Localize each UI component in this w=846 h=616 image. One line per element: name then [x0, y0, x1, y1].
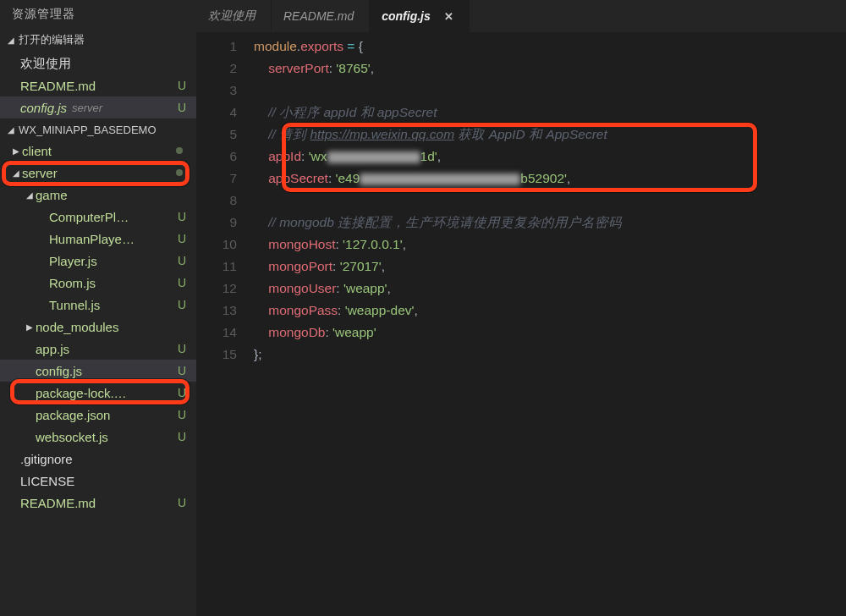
- tab-config[interactable]: config.js ✕: [370, 0, 470, 32]
- git-status: U: [178, 232, 186, 245]
- file-label: ComputerPl…: [49, 210, 129, 224]
- code-line: appId: 'wx1d',: [254, 146, 846, 168]
- file-label: package.json: [36, 408, 110, 422]
- open-editor-welcome[interactable]: 欢迎使用: [0, 52, 196, 74]
- git-status: U: [178, 298, 186, 311]
- line-number: 6: [196, 146, 237, 168]
- sidebar-title: 资源管理器: [0, 0, 196, 29]
- file-label: README.md: [20, 496, 96, 510]
- git-status: U: [178, 210, 186, 223]
- folder-node-modules[interactable]: ▶ node_modules: [0, 316, 196, 338]
- file-tunnel[interactable]: Tunnel.js U: [0, 294, 196, 316]
- folder-label: server: [22, 166, 58, 180]
- chevron-right-icon: ▶: [10, 146, 22, 156]
- file-package-lock[interactable]: package-lock.… U: [0, 382, 196, 404]
- git-status: U: [178, 496, 186, 509]
- line-number: 2: [196, 58, 237, 80]
- open-editors-label: 打开的编辑器: [19, 32, 85, 47]
- file-license[interactable]: LICENSE: [0, 470, 196, 492]
- code-line: // mongodb 连接配置，生产环境请使用更复杂的用户名密码: [254, 212, 846, 234]
- code-line: [254, 80, 846, 102]
- open-editor-config[interactable]: config.js server U: [0, 96, 196, 118]
- line-number: 12: [196, 278, 237, 300]
- code-content[interactable]: module.exports = { serverPort: '8765', /…: [254, 36, 846, 616]
- file-gitignore[interactable]: .gitignore: [0, 448, 196, 470]
- folder-game[interactable]: ◢ game: [0, 184, 196, 206]
- git-status: U: [178, 254, 186, 267]
- close-icon[interactable]: ✕: [444, 10, 453, 23]
- tab-bar: 欢迎使用 README.md config.js ✕: [196, 0, 846, 32]
- chevron-down-icon: ◢: [7, 125, 15, 135]
- code-line: serverPort: '8765',: [254, 58, 846, 80]
- sidebar: 资源管理器 ◢ 打开的编辑器 欢迎使用 README.md U config.j…: [0, 0, 196, 616]
- file-label: HumanPlaye…: [49, 232, 135, 246]
- tab-label: config.js: [382, 9, 431, 23]
- tab-welcome[interactable]: 欢迎使用: [196, 0, 272, 32]
- file-label: package-lock.…: [36, 386, 127, 400]
- code-line: module.exports = {: [254, 36, 846, 58]
- line-number: 3: [196, 80, 237, 102]
- code-line: mongoDb: 'weapp': [254, 322, 846, 344]
- code-editor[interactable]: 1 2 3 4 5 6 7 8 9 10 11 12 13 14 15 modu…: [196, 32, 846, 616]
- code-line: mongoPass: 'weapp-dev',: [254, 300, 846, 322]
- line-number: 9: [196, 212, 237, 234]
- file-label: websocket.js: [36, 430, 108, 444]
- file-app-js[interactable]: app.js U: [0, 338, 196, 360]
- line-number: 11: [196, 256, 237, 278]
- chevron-right-icon: ▶: [24, 322, 36, 332]
- git-status: U: [178, 430, 186, 443]
- chevron-down-icon: ◢: [7, 36, 15, 45]
- file-player[interactable]: Player.js U: [0, 250, 196, 272]
- code-line: [254, 190, 846, 212]
- file-websocket-js[interactable]: websocket.js U: [0, 426, 196, 448]
- code-line: mongoUser: 'weapp',: [254, 278, 846, 300]
- chevron-down-icon: ◢: [10, 168, 22, 178]
- tab-readme[interactable]: README.md: [272, 0, 370, 32]
- file-config-js[interactable]: config.js U: [0, 360, 196, 382]
- modified-dot-icon: [176, 147, 183, 154]
- file-package-json[interactable]: package.json U: [0, 404, 196, 426]
- project-name: WX_MINIAPP_BASEDEMO: [19, 124, 157, 136]
- file-tree: ▶ client ◢ server ◢ game ComputerPl… U H…: [0, 140, 196, 514]
- file-readme-md[interactable]: README.md U: [0, 492, 196, 514]
- line-number: 7: [196, 168, 237, 190]
- git-status: U: [178, 364, 186, 377]
- open-editor-label: 欢迎使用: [20, 56, 71, 72]
- code-line: // 请到 https://mp.weixin.qq.com 获取 AppID …: [254, 124, 846, 146]
- folder-client[interactable]: ▶ client: [0, 140, 196, 162]
- line-number: 10: [196, 234, 237, 256]
- open-editor-readme[interactable]: README.md U: [0, 74, 196, 96]
- file-computer-player[interactable]: ComputerPl… U: [0, 206, 196, 228]
- git-status: U: [178, 101, 186, 114]
- tab-label: 欢迎使用: [208, 8, 255, 24]
- project-header[interactable]: ◢ WX_MINIAPP_BASEDEMO: [0, 120, 196, 140]
- line-number: 1: [196, 36, 237, 58]
- code-line: mongoPort: '27017',: [254, 256, 846, 278]
- redacted-appid: [327, 151, 420, 163]
- git-status: U: [178, 386, 186, 399]
- line-number: 13: [196, 300, 237, 322]
- open-editor-path: server: [72, 102, 102, 114]
- folder-server[interactable]: ◢ server: [0, 162, 196, 184]
- redacted-appsecret: [360, 173, 520, 185]
- open-editors-list: 欢迎使用 README.md U config.js server U: [0, 51, 196, 120]
- folder-label: client: [22, 144, 52, 158]
- line-number: 14: [196, 322, 237, 344]
- open-editors-header[interactable]: ◢ 打开的编辑器: [0, 29, 196, 51]
- open-editor-label: config.js: [20, 101, 67, 115]
- file-label: Player.js: [49, 254, 97, 268]
- main-area: 欢迎使用 README.md config.js ✕ 1 2 3 4 5 6 7…: [196, 0, 846, 616]
- code-line: mongoHost: '127.0.0.1',: [254, 234, 846, 256]
- line-number: 15: [196, 344, 237, 366]
- file-label: config.js: [36, 364, 82, 378]
- line-number: 5: [196, 124, 237, 146]
- file-label: Room.js: [49, 276, 96, 290]
- tab-label: README.md: [283, 9, 354, 23]
- file-human-player[interactable]: HumanPlaye… U: [0, 228, 196, 250]
- folder-label: game: [36, 188, 68, 202]
- file-label: app.js: [36, 342, 69, 356]
- git-status: U: [178, 79, 186, 92]
- git-status: U: [178, 408, 186, 421]
- git-status: U: [178, 342, 186, 355]
- file-room[interactable]: Room.js U: [0, 272, 196, 294]
